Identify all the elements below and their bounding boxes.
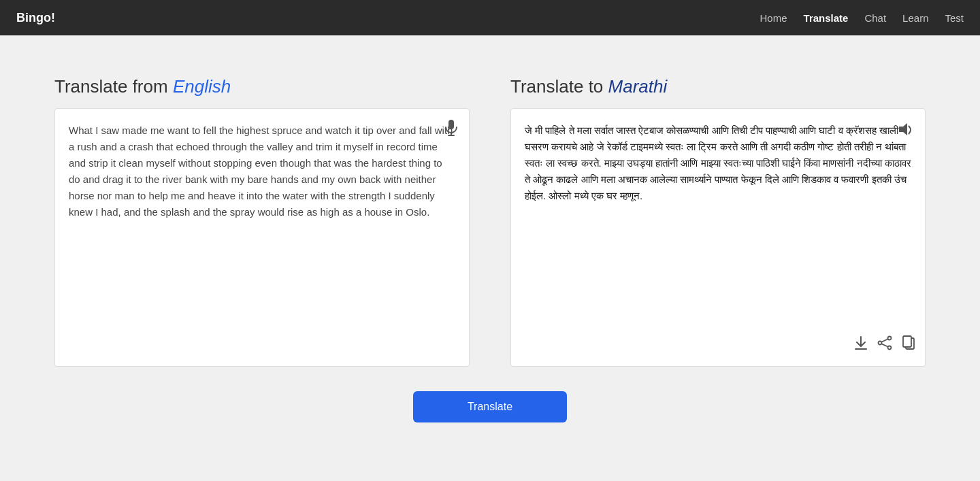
target-panel: Translate to Marathi जे मी पाहिले ते मला… <box>510 76 926 367</box>
main-content: Translate from English What I saw made m… <box>0 35 980 450</box>
svg-point-7 <box>888 346 892 350</box>
target-heading: Translate to Marathi <box>510 76 926 97</box>
target-text-box: जे मी पाहिले ते मला सर्वात जास्त ऐटबाज क… <box>510 108 926 367</box>
nav-test[interactable]: Test <box>945 12 964 24</box>
translated-text: जे मी पाहिले ते मला सर्वात जास्त ऐटबाज क… <box>525 125 911 201</box>
nav-learn[interactable]: Learn <box>902 12 928 24</box>
svg-point-8 <box>879 342 882 345</box>
translate-button-wrapper: Translate <box>413 391 567 422</box>
nav-translate[interactable]: Translate <box>804 12 849 24</box>
source-heading: Translate from English <box>54 76 470 97</box>
svg-line-9 <box>881 339 888 342</box>
svg-line-10 <box>881 344 888 347</box>
bottom-action-icons <box>854 335 915 356</box>
app-logo: Bingo! <box>16 11 55 25</box>
svg-rect-0 <box>448 120 454 129</box>
microphone-icon[interactable] <box>444 120 458 142</box>
source-text: What I saw made me want to fell the high… <box>69 125 453 218</box>
nav-links: Home Translate Chat Learn Test <box>760 12 964 24</box>
source-panel: Translate from English What I saw made m… <box>54 76 470 367</box>
source-text-box[interactable]: What I saw made me want to fell the high… <box>54 108 470 367</box>
target-language: Marathi <box>608 76 668 97</box>
navbar: Bingo! Home Translate Chat Learn Test <box>0 0 980 35</box>
translate-button[interactable]: Translate <box>413 391 567 422</box>
svg-point-6 <box>888 337 892 340</box>
nav-home[interactable]: Home <box>760 12 787 24</box>
svg-rect-12 <box>903 336 911 347</box>
share-icon[interactable] <box>877 335 892 356</box>
nav-chat[interactable]: Chat <box>864 12 886 24</box>
translate-panels: Translate from English What I saw made m… <box>54 76 926 367</box>
copy-icon[interactable] <box>902 335 915 356</box>
svg-marker-3 <box>899 123 907 135</box>
volume-icon[interactable] <box>898 120 914 144</box>
source-language: English <box>173 76 231 97</box>
download-icon[interactable] <box>854 335 868 356</box>
